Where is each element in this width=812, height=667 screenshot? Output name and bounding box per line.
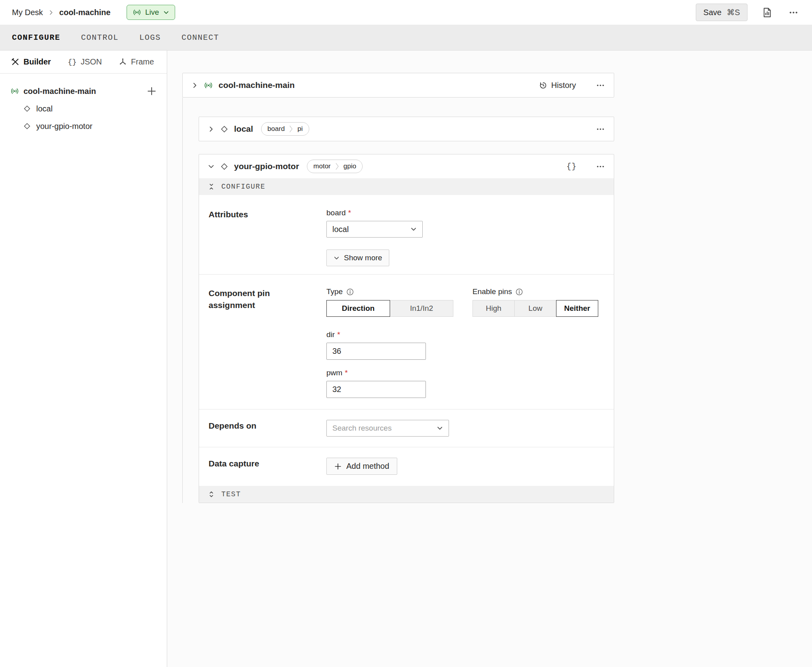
breadcrumb-root[interactable]: My Desk bbox=[12, 8, 43, 17]
view-tab-json[interactable]: {} JSON bbox=[68, 57, 102, 66]
more-menu-button[interactable] bbox=[787, 6, 800, 19]
depends-on-select[interactable] bbox=[326, 420, 449, 437]
broadcast-icon bbox=[204, 81, 213, 90]
enable-option-low[interactable]: Low bbox=[514, 300, 556, 317]
document-chart-icon bbox=[762, 7, 773, 18]
resource-tree: cool-machine-main local your-gpio-motor bbox=[0, 74, 167, 135]
add-method-button[interactable]: Add method bbox=[326, 458, 397, 475]
pin-assignment-section: Component pin assignment Type Direction bbox=[199, 275, 614, 410]
enable-option-high[interactable]: High bbox=[472, 300, 515, 317]
diamond-icon bbox=[220, 125, 228, 133]
add-method-label: Add method bbox=[346, 462, 389, 471]
sidebar: Builder {} JSON Frame cool-machine-main bbox=[0, 51, 167, 667]
info-icon[interactable] bbox=[515, 288, 523, 296]
save-shortcut: ⌘S bbox=[727, 8, 740, 17]
tree-item-machine[interactable]: cool-machine-main bbox=[8, 82, 159, 100]
resource-children: local board pi your-gpio-motor motor bbox=[182, 98, 614, 503]
tab-logs[interactable]: LOGS bbox=[139, 33, 161, 42]
required-asterisk: * bbox=[348, 209, 351, 217]
enable-option-neither[interactable]: Neither bbox=[556, 300, 598, 317]
tree-item-your-gpio-motor[interactable]: your-gpio-motor bbox=[8, 117, 159, 135]
view-tab-frame[interactable]: Frame bbox=[119, 57, 154, 66]
required-asterisk: * bbox=[337, 330, 340, 339]
tag-gpio: gpio bbox=[339, 160, 362, 173]
chevron-down-icon bbox=[437, 425, 443, 431]
ellipsis-icon bbox=[789, 8, 798, 18]
braces-icon: {} bbox=[68, 58, 77, 66]
attributes-section: Attributes board * local Show more bbox=[199, 195, 614, 275]
tag-pi: pi bbox=[293, 123, 308, 135]
show-more-button[interactable]: Show more bbox=[326, 250, 389, 266]
dir-input[interactable] bbox=[326, 343, 426, 360]
show-more-label: Show more bbox=[344, 254, 382, 262]
pwm-field-label: pwm bbox=[326, 369, 342, 377]
chevron-right-icon[interactable] bbox=[208, 126, 215, 133]
tab-control[interactable]: CONTROL bbox=[81, 33, 119, 42]
local-card-title: local bbox=[234, 124, 253, 134]
motor-card-header: your-gpio-motor motor gpio {} bbox=[199, 154, 614, 178]
configure-section-toggle[interactable]: CONFIGURE bbox=[199, 178, 614, 195]
plus-icon bbox=[147, 86, 156, 96]
add-resource-button[interactable] bbox=[147, 86, 156, 96]
breadcrumb: My Desk cool-machine bbox=[12, 8, 111, 17]
type-option-direction[interactable]: Direction bbox=[326, 300, 390, 317]
tree-item-local[interactable]: local bbox=[8, 100, 159, 117]
frame-axes-icon bbox=[119, 58, 127, 66]
resource-type-tags: board pi bbox=[261, 122, 309, 136]
breadcrumb-separator-icon bbox=[48, 10, 54, 16]
machine-card-menu-button[interactable] bbox=[596, 81, 605, 90]
breadcrumb-current: cool-machine bbox=[59, 8, 111, 17]
plus-icon bbox=[334, 463, 342, 470]
type-segmented-control: Direction In1/In2 bbox=[326, 300, 453, 317]
broadcast-icon bbox=[133, 8, 141, 17]
resource-card-your-gpio-motor: your-gpio-motor motor gpio {} CONFIGURE bbox=[199, 154, 614, 503]
tag-motor: motor bbox=[307, 160, 335, 173]
pwm-input[interactable] bbox=[326, 381, 426, 398]
chevron-down-icon[interactable] bbox=[208, 163, 215, 170]
enable-pins-group: Enable pins High Low Neither bbox=[472, 287, 598, 317]
test-section-toggle[interactable]: TEST bbox=[199, 486, 614, 503]
view-tab-frame-label: Frame bbox=[131, 57, 154, 66]
resource-card-local: local board pi bbox=[199, 117, 614, 141]
info-icon[interactable] bbox=[346, 288, 354, 296]
tree-motor-label: your-gpio-motor bbox=[36, 122, 92, 131]
local-card-menu-button[interactable] bbox=[596, 125, 605, 134]
ellipsis-icon bbox=[596, 81, 605, 90]
diamond-icon bbox=[23, 105, 31, 113]
tree-local-label: local bbox=[36, 104, 53, 113]
depends-on-search-input[interactable] bbox=[332, 424, 424, 433]
configure-section-label: CONFIGURE bbox=[221, 183, 265, 191]
main-tab-bar: CONFIGURE CONTROL LOGS CONNECT bbox=[0, 25, 812, 51]
history-button[interactable]: History bbox=[539, 81, 576, 90]
type-option-in1in2[interactable]: In1/In2 bbox=[390, 300, 453, 317]
machine-card-title: cool-machine-main bbox=[219, 80, 295, 90]
board-select[interactable]: local bbox=[326, 221, 423, 238]
view-tab-builder-label: Builder bbox=[23, 57, 51, 66]
chevron-right-icon[interactable] bbox=[191, 82, 198, 89]
motor-card-menu-button[interactable] bbox=[596, 162, 605, 171]
depends-on-section: Depends on bbox=[199, 410, 614, 447]
save-button[interactable]: Save ⌘S bbox=[696, 4, 748, 21]
ellipsis-icon bbox=[596, 162, 605, 171]
expand-icon bbox=[208, 491, 215, 498]
broadcast-icon bbox=[10, 87, 19, 96]
enable-pins-segmented-control: High Low Neither bbox=[472, 300, 598, 317]
pin-assignment-heading: Component pin assignment bbox=[209, 287, 326, 398]
tab-connect[interactable]: CONNECT bbox=[182, 33, 219, 42]
view-tab-builder[interactable]: Builder bbox=[11, 57, 51, 66]
tag-separator-icon bbox=[289, 125, 293, 133]
machine-report-button[interactable] bbox=[760, 6, 774, 20]
live-status-button[interactable]: Live bbox=[127, 5, 175, 20]
live-label: Live bbox=[145, 8, 159, 17]
enable-pins-label: Enable pins bbox=[472, 287, 512, 296]
tag-separator-icon bbox=[335, 162, 339, 170]
dir-field-label: dir bbox=[326, 330, 335, 339]
type-label: Type bbox=[326, 287, 343, 296]
tab-configure[interactable]: CONFIGURE bbox=[12, 33, 61, 42]
board-field-label: board bbox=[326, 209, 346, 217]
motor-json-toggle-button[interactable]: {} bbox=[566, 162, 577, 171]
depends-on-heading: Depends on bbox=[209, 420, 326, 437]
board-select-value: local bbox=[332, 225, 349, 234]
ellipsis-icon bbox=[596, 125, 605, 134]
view-tab-json-label: JSON bbox=[81, 57, 102, 66]
